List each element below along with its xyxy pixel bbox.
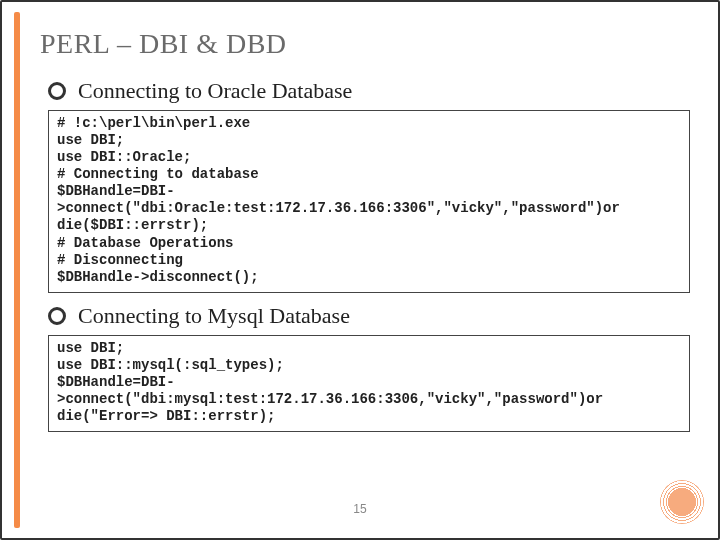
bullet-text: Connecting to Mysql Database	[78, 303, 350, 329]
bullet-icon	[48, 82, 66, 100]
slide: PERL – DBI & DBD Connecting to Oracle Da…	[0, 0, 720, 540]
corner-decoration-icon	[660, 480, 704, 524]
slide-title: PERL – DBI & DBD	[40, 28, 694, 60]
bullet-item: Connecting to Oracle Database	[48, 78, 694, 104]
accent-bar	[14, 12, 20, 528]
page-number: 15	[2, 502, 718, 516]
code-block-mysql: use DBI; use DBI::mysql(:sql_types); $DB…	[48, 335, 690, 432]
code-block-oracle: # !c:\perl\bin\perl.exe use DBI; use DBI…	[48, 110, 690, 293]
bullet-text: Connecting to Oracle Database	[78, 78, 352, 104]
bullet-icon	[48, 307, 66, 325]
bullet-item: Connecting to Mysql Database	[48, 303, 694, 329]
